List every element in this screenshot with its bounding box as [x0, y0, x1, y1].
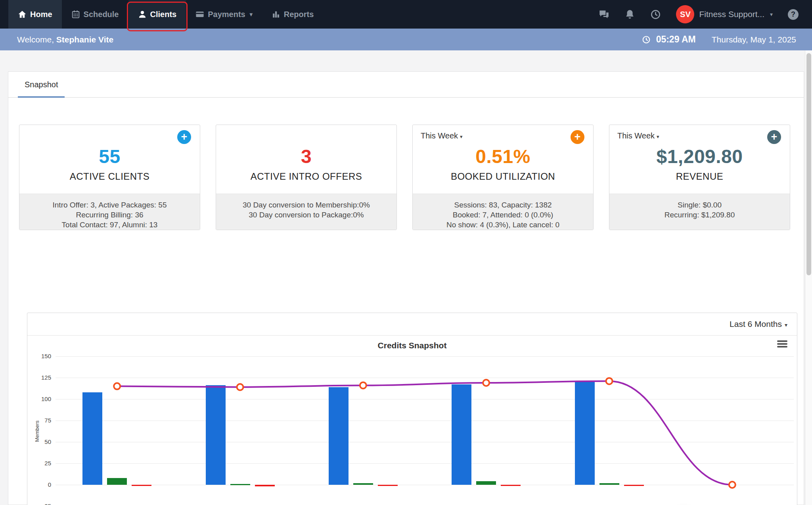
datetime-block: 05:29 AM Thursday, May 1, 2025: [642, 34, 796, 45]
revenue-card: This Week▾ + $1,209.80 REVENUE Single: $…: [609, 125, 790, 230]
period-dropdown[interactable]: This Week▾: [421, 131, 463, 140]
nav-item-payments[interactable]: Payments ▾: [186, 0, 262, 29]
card-label: BOOKED UTILIZATION: [451, 171, 555, 182]
help-icon[interactable]: ?: [788, 9, 799, 20]
range-dropdown[interactable]: Last 6 Months▾: [730, 319, 787, 329]
add-booking-button[interactable]: +: [571, 130, 584, 144]
scrollbar-thumb[interactable]: [806, 53, 811, 275]
account-name: Fitness Support...: [699, 10, 764, 19]
clock-icon: [642, 35, 651, 44]
dashboard-page: Home Schedule Clients Payments: [0, 0, 812, 505]
nav-item-schedule[interactable]: Schedule: [62, 0, 128, 29]
chevron-down-icon: ▾: [460, 134, 463, 140]
bar-starting-members: [575, 382, 595, 485]
nav-item-label: Payments: [208, 10, 245, 19]
stat-cards-row: + 55 ACTIVE CLIENTS Intro Offer: 3, Acti…: [8, 98, 804, 230]
credits-snapshot-panel: Last 6 Months▾ Credits Snapshot 15012510…: [27, 313, 797, 505]
active-tab-underline: [18, 96, 65, 98]
footer-line: Booked: 7, Attended: 0 (0.0%): [413, 210, 593, 220]
nav-item-clients[interactable]: Clients: [128, 0, 186, 29]
card-footer: Intro Offer: 3, Active Packages: 55 Recu…: [19, 194, 200, 230]
chevron-down-icon: ▾: [250, 11, 253, 17]
add-payment-button[interactable]: +: [767, 130, 781, 144]
chevron-down-icon: ▾: [770, 11, 773, 17]
bell-icon[interactable]: [624, 9, 635, 20]
bar-new: [599, 483, 619, 485]
footer-line: 30 Day conversion to Package:0%: [216, 210, 396, 220]
nav-utilities: SV Fitness Support... ▾ ?: [599, 0, 812, 29]
bar-no-longer-active: [378, 485, 398, 486]
card-label: ACTIVE CLIENTS: [70, 171, 150, 182]
add-client-button[interactable]: +: [177, 130, 191, 144]
y-tick-label: 0: [27, 481, 51, 488]
bar-new: [353, 483, 373, 485]
tab-snapshot[interactable]: Snapshot: [18, 72, 65, 96]
chevron-down-icon: ▾: [785, 322, 787, 328]
gridline: [56, 442, 794, 442]
welcome-text: Welcome, Stephanie Vite: [17, 35, 113, 44]
card-value: 55: [99, 146, 120, 167]
chat-icon[interactable]: [599, 9, 609, 20]
nav-item-reports[interactable]: Reports: [262, 0, 324, 29]
history-clock-icon[interactable]: [650, 9, 661, 20]
footer-line: 30 Day conversion to Membership:0%: [216, 200, 396, 210]
chart-title: Credits Snapshot: [27, 341, 797, 350]
page-scrollbar[interactable]: [805, 50, 812, 505]
booked-utilization-card: This Week▾ + 0.51% BOOKED UTILIZATION Se…: [412, 125, 594, 230]
top-navbar: Home Schedule Clients Payments: [0, 0, 812, 29]
footer-line: Single: $0.00: [609, 200, 790, 210]
gridline: [56, 463, 794, 464]
gridline: [56, 399, 794, 399]
y-tick-label: 125: [27, 374, 51, 381]
footer-line: Sessions: 83, Capacity: 1382: [413, 200, 593, 210]
y-axis-label: Members: [34, 399, 40, 463]
bar-no-longer-active: [624, 485, 644, 486]
footer-line: Total Contact: 97, Alumni: 13: [19, 220, 200, 230]
card-value: 0.51%: [475, 146, 530, 167]
current-time: 05:29 AM: [656, 34, 696, 45]
chart-header: Last 6 Months▾: [27, 313, 797, 336]
nav-item-label: Schedule: [84, 10, 119, 19]
card-label: REVENUE: [676, 171, 724, 182]
card-footer: Sessions: 83, Capacity: 1382 Booked: 7, …: [413, 194, 593, 230]
bar-no-longer-active: [501, 485, 521, 486]
footer-line: Recurring Billing: 36: [19, 210, 200, 220]
bar-starting-members: [452, 384, 471, 485]
nav-menu: Home Schedule Clients Payments: [0, 0, 323, 29]
card-body: 55 ACTIVE CLIENTS: [19, 125, 200, 194]
nav-item-label: Clients: [150, 10, 177, 19]
chevron-down-icon: ▾: [657, 134, 659, 140]
card-value: 3: [301, 146, 312, 167]
calendar-icon: [71, 10, 80, 19]
tabs-row: Snapshot: [8, 72, 804, 98]
active-clients-card: + 55 ACTIVE CLIENTS Intro Offer: 3, Acti…: [19, 125, 200, 230]
footer-line: No show: 4 (0.3%), Late cancel: 0: [413, 220, 593, 230]
bar-no-longer-active: [132, 485, 151, 486]
card-label: ACTIVE INTRO OFFERS: [251, 171, 362, 182]
chart-menu-icon[interactable]: [777, 340, 787, 349]
bar-starting-members: [329, 387, 349, 485]
nav-item-home[interactable]: Home: [8, 0, 62, 29]
gridline: [56, 378, 794, 378]
home-icon: [18, 10, 27, 19]
welcome-bar: Welcome, Stephanie Vite 05:29 AM Thursda…: [0, 29, 812, 50]
bar-new: [107, 478, 127, 485]
avatar[interactable]: SV: [676, 5, 694, 23]
card-value: $1,209.80: [656, 146, 743, 167]
bar-chart-icon: [272, 10, 280, 19]
y-tick-label: 150: [27, 353, 51, 359]
footer-line: Intro Offer: 3, Active Packages: 55: [19, 200, 200, 210]
credit-card-icon: [195, 10, 204, 19]
period-dropdown[interactable]: This Week▾: [617, 131, 659, 140]
card-body: 3 ACTIVE INTRO OFFERS: [216, 125, 396, 194]
nav-item-label: Reports: [284, 10, 314, 19]
footer-line: Recurring: $1,209.80: [609, 210, 790, 220]
gridline: [56, 485, 794, 485]
bar-new: [476, 481, 496, 485]
card-footer: 30 Day conversion to Membership:0% 30 Da…: [216, 194, 396, 230]
bar-new: [230, 484, 250, 485]
user-name: Stephanie Vite: [56, 35, 113, 44]
card-footer: Single: $0.00 Recurring: $1,209.80: [609, 194, 790, 230]
account-menu[interactable]: SV Fitness Support... ▾: [676, 5, 773, 23]
bar-starting-members: [206, 385, 226, 485]
